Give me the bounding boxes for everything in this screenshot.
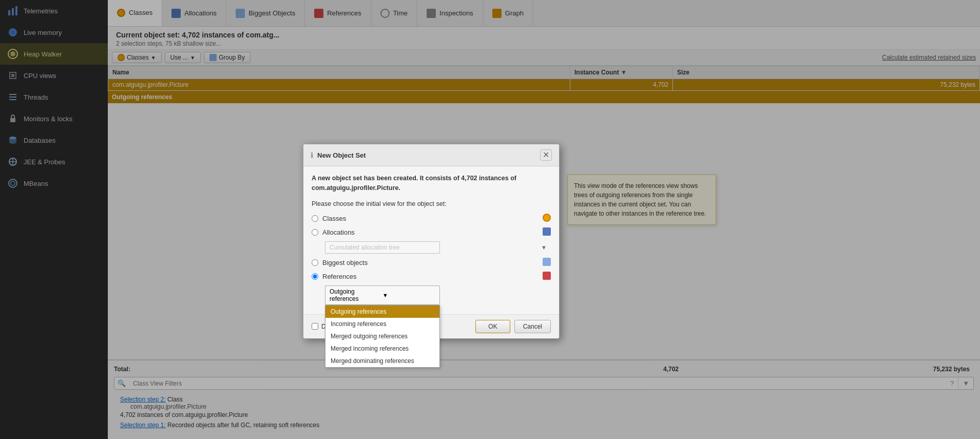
- radio-allocations[interactable]: [312, 229, 318, 236]
- references-dropdown-selected[interactable]: Outgoing references ▼: [325, 285, 440, 305]
- new-object-set-dialog: ℹ New Object Set ✕ A new object set has …: [303, 144, 560, 339]
- allocation-dropdown-arrow: ▼: [541, 244, 547, 251]
- radio-biggest-objects-label[interactable]: Biggest objects: [322, 259, 368, 266]
- biggest-objects-option-icon: [543, 258, 551, 268]
- dropdown-item-outgoing[interactable]: Outgoing references: [325, 306, 439, 318]
- dialog-close-button[interactable]: ✕: [540, 149, 552, 161]
- allocation-dropdown-select[interactable]: Cumulated allocation tree: [325, 241, 440, 254]
- dropdown-item-merged-incoming[interactable]: Merged incoming references: [325, 342, 439, 355]
- ok-button[interactable]: OK: [475, 320, 510, 333]
- dialog-title-bar: ℹ New Object Set ✕: [303, 144, 559, 166]
- dialog-actions: OK Cancel: [475, 320, 551, 333]
- references-option-icon: [543, 272, 551, 281]
- allocations-option-icon: [543, 227, 551, 237]
- do-not-show-checkbox[interactable]: [312, 323, 318, 330]
- radio-option-classes: Classes: [312, 214, 551, 223]
- radio-references[interactable]: [312, 273, 318, 280]
- radio-allocations-label[interactable]: Allocations: [322, 228, 355, 236]
- dialog-title-icon: ℹ: [311, 151, 313, 159]
- dropdown-item-merged-dominating[interactable]: Merged dominating references: [325, 355, 439, 367]
- references-dropdown-arrow: ▼: [382, 292, 435, 298]
- radio-option-references: References: [312, 272, 551, 281]
- references-dropdown-container: Outgoing references ▼ Outgoing reference…: [325, 285, 551, 305]
- dropdown-item-merged-outgoing[interactable]: Merged outgoing references: [325, 330, 439, 342]
- radio-references-label[interactable]: References: [322, 273, 356, 280]
- references-dropdown-list: Outgoing references Incoming references …: [325, 305, 440, 368]
- radio-option-biggest-objects: Biggest objects: [312, 258, 551, 268]
- cancel-button[interactable]: Cancel: [514, 320, 551, 333]
- radio-classes-label[interactable]: Classes: [322, 215, 346, 222]
- dialog-intro: A new object set has been created. It co…: [312, 174, 551, 193]
- radio-classes[interactable]: [312, 215, 318, 222]
- radio-biggest-objects[interactable]: [312, 259, 318, 266]
- dropdown-item-incoming[interactable]: Incoming references: [325, 318, 439, 330]
- dialog-question: Please choose the initial view for the o…: [312, 200, 551, 207]
- radio-option-allocations: Allocations: [312, 227, 551, 237]
- classes-option-icon: [543, 214, 551, 223]
- allocation-sub-dropdown: Cumulated allocation tree ▼: [325, 241, 551, 254]
- dialog-body: A new object set has been created. It co…: [303, 166, 559, 314]
- dialog-title-text: New Object Set: [317, 151, 536, 159]
